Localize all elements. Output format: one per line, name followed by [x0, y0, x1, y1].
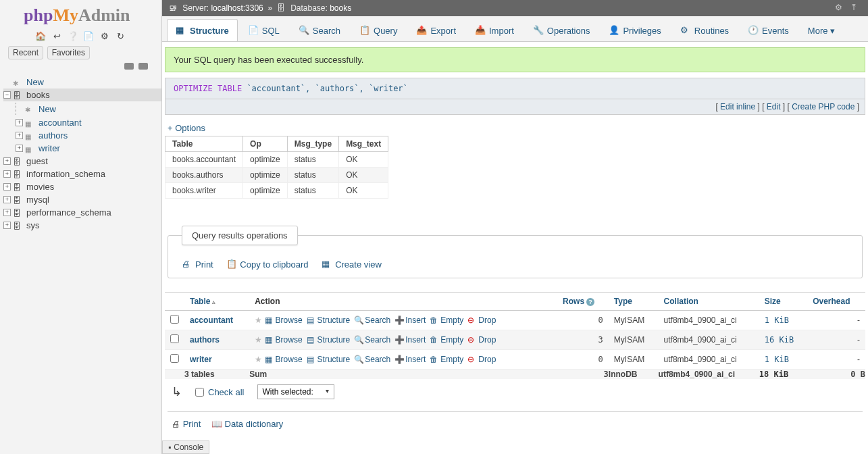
tab-operations[interactable]: 🔧Operations: [524, 19, 599, 41]
data-dictionary-link[interactable]: Data dictionary: [225, 419, 284, 429]
tab-events[interactable]: 🕐Events: [739, 19, 798, 41]
size-cell[interactable]: 1 KiB: [759, 311, 807, 330]
tab-import[interactable]: 📥Import: [466, 19, 523, 41]
empty-link[interactable]: 🗑Empty: [430, 316, 463, 325]
tab-more[interactable]: More: [799, 19, 844, 41]
nav-table-writer[interactable]: +writer: [3, 142, 161, 155]
checkall-checkbox[interactable]: [195, 388, 204, 397]
expand-toggle[interactable]: +: [16, 132, 23, 139]
print-link[interactable]: Print: [183, 419, 201, 429]
edit-inline-link[interactable]: Edit inline: [720, 102, 755, 111]
console-toggle[interactable]: Console: [162, 440, 209, 454]
options-toggle[interactable]: + Options: [168, 123, 205, 133]
size-cell[interactable]: 1 KiB: [759, 350, 807, 370]
create-view-link[interactable]: ▦Create view: [322, 259, 382, 270]
print-link[interactable]: 🖨Print: [182, 259, 213, 270]
collapse-icon[interactable]: [124, 63, 134, 70]
drop-link[interactable]: ⊖Drop: [467, 355, 496, 364]
exit-icon[interactable]: ↩: [51, 31, 62, 42]
nav-db-movies[interactable]: +movies: [3, 180, 161, 193]
expand-toggle[interactable]: +: [16, 145, 23, 152]
edit-link[interactable]: Edit: [767, 102, 781, 111]
expand-toggle[interactable]: +: [3, 196, 11, 203]
browse-link[interactable]: ▦Browse: [265, 355, 303, 364]
structure-link[interactable]: ▤Structure: [307, 316, 351, 325]
favorite-star-icon[interactable]: ★: [255, 355, 262, 364]
drop-link[interactable]: ⊖Drop: [467, 335, 496, 345]
expand-toggle[interactable]: +: [3, 157, 11, 165]
expand-toggle[interactable]: +: [3, 209, 11, 216]
insert-link[interactable]: ➕Insert: [394, 335, 426, 345]
table-name-link[interactable]: writer: [190, 355, 212, 364]
table-name-link[interactable]: accountant: [190, 316, 233, 325]
expand-toggle[interactable]: +: [3, 222, 11, 229]
structure-link[interactable]: ▤Structure: [307, 355, 351, 364]
col-table[interactable]: Table: [184, 293, 249, 311]
arrow-up-icon: ↳: [172, 384, 182, 399]
help-icon[interactable]: ?: [586, 298, 594, 306]
create-php-link[interactable]: Create PHP code: [792, 102, 854, 111]
browse-link[interactable]: ▦Browse: [265, 335, 303, 345]
link-icon[interactable]: [138, 63, 148, 70]
table-name-link[interactable]: authors: [190, 335, 220, 345]
collapse-toggle[interactable]: −: [3, 91, 11, 99]
row-checkbox[interactable]: [170, 354, 179, 363]
breadcrumb-server[interactable]: localhost:3306: [211, 3, 263, 13]
col-collation[interactable]: Collation: [659, 293, 759, 311]
insert-link[interactable]: ➕Insert: [394, 355, 426, 364]
nav-db-mysql[interactable]: +mysql: [3, 193, 161, 206]
with-selected-dropdown[interactable]: With selected:: [257, 384, 334, 399]
docs-icon[interactable]: ❔: [68, 31, 78, 42]
home-icon[interactable]: 🏠: [35, 31, 46, 42]
nav-table-authors[interactable]: +authors: [3, 129, 161, 142]
col-size[interactable]: Size: [759, 293, 807, 311]
size-cell[interactable]: 16 KiB: [759, 330, 807, 350]
nav-new[interactable]: New: [3, 76, 161, 89]
tab-query[interactable]: 📋Query: [351, 19, 406, 41]
col-type[interactable]: Type: [609, 293, 659, 311]
favorite-star-icon[interactable]: ★: [255, 335, 262, 345]
tab-routines[interactable]: ⚙Routines: [671, 19, 738, 41]
recent-button[interactable]: Recent: [8, 46, 43, 59]
nav-db-books[interactable]: −books: [3, 89, 161, 101]
empty-link[interactable]: 🗑Empty: [430, 335, 463, 345]
gear-icon[interactable]: ⚙: [99, 31, 110, 42]
nav-db-guest[interactable]: +guest: [3, 155, 161, 168]
row-checkbox[interactable]: [170, 334, 179, 343]
expand-toggle[interactable]: +: [3, 183, 11, 191]
reload-icon[interactable]: ↻: [116, 31, 126, 42]
copy-clipboard-link[interactable]: 📋Copy to clipboard: [226, 259, 308, 270]
sql-icon[interactable]: 📄: [83, 31, 94, 42]
nav-db-information-schema[interactable]: +information_schema: [3, 168, 161, 180]
tab-structure[interactable]: ▦Structure: [167, 19, 238, 41]
col-overhead[interactable]: Overhead: [807, 293, 865, 311]
expand-toggle[interactable]: +: [16, 119, 23, 126]
browse-link[interactable]: ▦Browse: [265, 316, 303, 325]
nav-new-table[interactable]: New: [3, 101, 161, 116]
gear-icon[interactable]: ⚙: [835, 3, 846, 14]
search-link[interactable]: 🔍Search: [354, 335, 390, 345]
col-rows[interactable]: Rows?: [557, 293, 609, 311]
structure-link[interactable]: ▤Structure: [307, 335, 351, 345]
drop-link[interactable]: ⊖Drop: [467, 316, 496, 325]
nav-db-performance-schema[interactable]: +performance_schema: [3, 206, 161, 219]
insert-link[interactable]: ➕Insert: [394, 316, 426, 325]
search-link[interactable]: 🔍Search: [354, 316, 390, 325]
view-icon: ▦: [322, 259, 332, 270]
tab-export[interactable]: 📤Export: [407, 19, 465, 41]
favorite-star-icon[interactable]: ★: [255, 316, 262, 325]
breadcrumb-database[interactable]: books: [330, 3, 351, 13]
checkall-label[interactable]: Check all: [208, 387, 244, 397]
tab-sql[interactable]: 📄SQL: [239, 19, 288, 41]
pageup-icon[interactable]: ⤒: [850, 3, 861, 14]
tab-search[interactable]: 🔍Search: [290, 19, 349, 41]
search-link[interactable]: 🔍Search: [354, 355, 390, 364]
empty-link[interactable]: 🗑Empty: [430, 355, 463, 364]
nav-db-sys[interactable]: +sys: [3, 219, 161, 232]
logo[interactable]: phpMyAdmin: [0, 0, 161, 28]
favorites-button[interactable]: Favorites: [47, 46, 90, 59]
row-checkbox[interactable]: [170, 315, 179, 324]
nav-table-accountant[interactable]: +accountant: [3, 116, 161, 129]
tab-privileges[interactable]: 👤Privileges: [600, 19, 669, 41]
expand-toggle[interactable]: +: [3, 170, 11, 178]
